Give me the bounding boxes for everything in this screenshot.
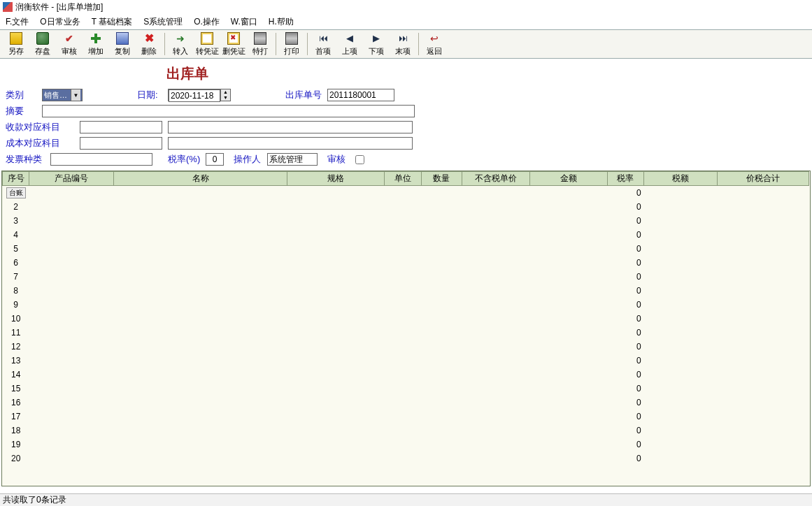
toolbar-last-button[interactable]: ⏭末项 — [390, 30, 416, 58]
cell-seq[interactable]: 7 — [3, 270, 29, 284]
cell-total[interactable] — [717, 368, 809, 382]
cell-name[interactable] — [114, 214, 287, 228]
cell-amount[interactable] — [529, 424, 607, 438]
row-ledger-button[interactable]: 台账 — [6, 187, 26, 198]
cell-name[interactable] — [114, 256, 287, 270]
cell-price[interactable] — [462, 284, 530, 298]
cell-price[interactable] — [462, 228, 530, 242]
col-total[interactable]: 价税合计 — [717, 172, 809, 186]
cell-spec[interactable] — [287, 228, 385, 242]
cell-seq[interactable]: 20 — [3, 451, 29, 465]
cell-tax[interactable] — [644, 186, 718, 200]
cell-unit[interactable] — [385, 451, 421, 465]
menu-item-3[interactable]: S系统管理 — [143, 16, 183, 28]
cell-spec[interactable] — [287, 270, 385, 284]
cell-name[interactable] — [114, 382, 287, 396]
col-spec[interactable]: 规格 — [287, 172, 385, 186]
col-qty[interactable]: 数量 — [421, 172, 462, 186]
cell-taxrate[interactable]: 0 — [607, 228, 643, 242]
table-row[interactable]: 160 — [3, 396, 809, 410]
cell-tax[interactable] — [644, 424, 718, 438]
cell-amount[interactable] — [529, 326, 607, 340]
toolbar-return-button[interactable]: ↩返回 — [421, 30, 448, 58]
menu-item-1[interactable]: O日常业务 — [40, 16, 80, 28]
cell-code[interactable] — [29, 326, 114, 340]
cell-code[interactable] — [29, 410, 114, 424]
col-code[interactable]: 产品编号 — [29, 172, 114, 186]
cell-qty[interactable] — [421, 242, 462, 256]
cell-tax[interactable] — [644, 242, 718, 256]
cell-amount[interactable] — [529, 200, 607, 214]
cell-total[interactable] — [717, 270, 809, 284]
cell-qty[interactable] — [421, 270, 462, 284]
date-spinner[interactable]: ▲▼ — [220, 89, 230, 101]
cell-price[interactable] — [462, 424, 530, 438]
operator-input[interactable] — [267, 153, 318, 166]
cell-code[interactable] — [29, 228, 114, 242]
cell-amount[interactable] — [529, 284, 607, 298]
cell-code[interactable] — [29, 298, 114, 312]
cell-total[interactable] — [717, 410, 809, 424]
cell-taxrate[interactable]: 0 — [607, 424, 643, 438]
cell-code[interactable] — [29, 186, 114, 200]
cell-taxrate[interactable]: 0 — [607, 382, 643, 396]
cell-price[interactable] — [462, 200, 530, 214]
cell-seq[interactable]: 4 — [3, 228, 29, 242]
cell-code[interactable] — [29, 256, 114, 270]
cell-name[interactable] — [114, 242, 287, 256]
toolbar-spec-print-button[interactable]: 特打 — [247, 30, 273, 58]
cell-price[interactable] — [462, 214, 530, 228]
cell-qty[interactable] — [421, 382, 462, 396]
cell-tax[interactable] — [644, 256, 718, 270]
cell-code[interactable] — [29, 382, 114, 396]
menu-item-2[interactable]: T 基础档案 — [92, 16, 132, 28]
cell-unit[interactable] — [385, 228, 421, 242]
cell-unit[interactable] — [385, 186, 421, 200]
cell-taxrate[interactable]: 0 — [607, 451, 643, 465]
cell-spec[interactable] — [287, 242, 385, 256]
cell-spec[interactable] — [287, 424, 385, 438]
cell-seq[interactable]: 13 — [3, 354, 29, 368]
table-row[interactable]: 170 — [3, 410, 809, 424]
cell-tax[interactable] — [644, 214, 718, 228]
cell-name[interactable] — [114, 298, 287, 312]
cell-qty[interactable] — [421, 340, 462, 354]
cell-qty[interactable] — [421, 396, 462, 410]
table-row[interactable]: 110 — [3, 326, 809, 340]
cell-taxrate[interactable]: 0 — [607, 298, 643, 312]
cell-unit[interactable] — [385, 312, 421, 326]
table-row[interactable]: 20 — [3, 200, 809, 214]
cell-code[interactable] — [29, 200, 114, 214]
doc-no-input[interactable] — [327, 89, 394, 101]
cell-total[interactable] — [717, 340, 809, 354]
cell-taxrate[interactable]: 0 — [607, 256, 643, 270]
cell-tax[interactable] — [644, 284, 718, 298]
cell-total[interactable] — [717, 200, 809, 214]
cell-code[interactable] — [29, 424, 114, 438]
cell-tax[interactable] — [644, 382, 718, 396]
cell-qty[interactable] — [421, 256, 462, 270]
table-row[interactable]: 30 — [3, 214, 809, 228]
cell-tax[interactable] — [644, 354, 718, 368]
cell-spec[interactable] — [287, 438, 385, 451]
cell-qty[interactable] — [421, 214, 462, 228]
cell-spec[interactable] — [287, 396, 385, 410]
cell-unit[interactable] — [385, 256, 421, 270]
cell-unit[interactable] — [385, 326, 421, 340]
cell-code[interactable] — [29, 242, 114, 256]
col-tax[interactable]: 税额 — [644, 172, 718, 186]
cell-total[interactable] — [717, 312, 809, 326]
cost-subj-code-input[interactable] — [80, 137, 162, 150]
cell-taxrate[interactable]: 0 — [607, 214, 643, 228]
cell-tax[interactable] — [644, 326, 718, 340]
cell-unit[interactable] — [385, 270, 421, 284]
cell-total[interactable] — [717, 326, 809, 340]
menu-item-5[interactable]: W.窗口 — [231, 16, 257, 28]
cell-qty[interactable] — [421, 284, 462, 298]
cell-spec[interactable] — [287, 298, 385, 312]
cell-code[interactable] — [29, 284, 114, 298]
cell-price[interactable] — [462, 242, 530, 256]
cell-price[interactable] — [462, 410, 530, 424]
cell-amount[interactable] — [529, 410, 607, 424]
col-price[interactable]: 不含税单价 — [462, 172, 530, 186]
